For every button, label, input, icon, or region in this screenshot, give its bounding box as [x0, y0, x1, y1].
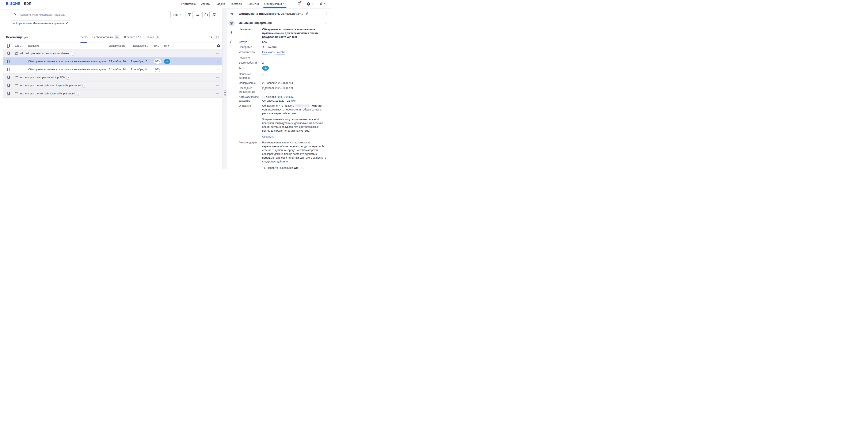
brand-divider — [22, 2, 22, 6]
table-row-detection[interactable]: Обнаружена возможность использовать нуле… — [3, 57, 222, 65]
grouping-filter-chip[interactable]: Группировка Имплементация правила — [11, 20, 70, 26]
tag-cis[interactable]: cis — [262, 66, 269, 70]
folder-open-icon — [14, 51, 19, 56]
section-main-info[interactable]: Основная информация — [239, 21, 328, 25]
group-name: nix_edr_pre_permit_ssh_root_login_with_p… — [20, 84, 81, 87]
row-checkbox[interactable] — [6, 59, 12, 64]
nav-detections[interactable]: Обнаружения — [264, 0, 286, 8]
tab-unprocessed[interactable]: Необработанные 6 — [92, 35, 119, 39]
group-name: nix_edr_pre_user_password_top_500 — [20, 76, 65, 79]
col-name[interactable]: Название — [25, 45, 106, 47]
assign-to-me-link[interactable]: Назначить на себя — [262, 50, 285, 55]
tab-all[interactable]: Всего — [81, 36, 87, 39]
kebab-menu-icon[interactable] — [325, 12, 329, 16]
fullscreen-icon[interactable] — [216, 35, 219, 39]
group-count-badge: 1 — [76, 91, 80, 96]
col-platform[interactable]: Пл... — [152, 45, 161, 47]
app: BI.ZONE EDR Статистика Агенты Задачи Три… — [0, 0, 331, 169]
row-menu-icon[interactable] — [216, 92, 219, 95]
field-events-total: Всего событий 2 — [239, 61, 328, 65]
col-last-detected[interactable]: Последнее о... — [128, 45, 152, 47]
info-tab-icon[interactable] — [228, 20, 235, 26]
panel-resize-gutter — [223, 8, 227, 169]
field-auto-close: Автоматическое закрытие 18 декабря 2025,… — [239, 95, 328, 103]
edit-pencil-icon[interactable] — [305, 12, 309, 16]
settings-menu-button[interactable] — [307, 2, 314, 6]
field-assignee: Исполнитель Назначить на себя — [239, 50, 328, 55]
multi-select-checkbox[interactable] — [6, 51, 10, 56]
nav-tasks[interactable]: Задачи — [216, 0, 225, 8]
detection-name: Обнаружена возможность использовать нуле… — [25, 68, 106, 71]
sort-button[interactable] — [194, 11, 201, 18]
table-row-group[interactable]: nix_edr_pre_permit_ssh_root_login_with_p… — [3, 82, 222, 90]
group-count-badge: 1 — [82, 83, 86, 88]
last-detected-date: 2 декабря, 16... — [128, 60, 152, 63]
row-checkbox[interactable] — [6, 67, 12, 72]
events-lightning-icon[interactable] — [228, 29, 235, 36]
field-tags: Теги cis — [239, 66, 328, 70]
col-detected[interactable]: Обнаружение — [106, 45, 128, 47]
folder-button[interactable] — [203, 11, 210, 18]
detected-date: 21 ноября, 14... — [106, 68, 128, 71]
priority-value: Высокий — [267, 45, 277, 49]
recommendations-steps: Нажмите на клавиши Win + R. Откройте ред… — [263, 166, 328, 169]
sort-lines-icon — [196, 13, 200, 17]
tab-unprocessed-count: 6 — [115, 35, 119, 39]
multi-select-checkbox[interactable] — [6, 83, 10, 88]
group-name: nix_edr_pre_permit_ssh_login_with_passwo… — [20, 92, 74, 95]
tab-in-progress[interactable]: В работе 0 — [124, 35, 141, 39]
close-icon[interactable] — [65, 22, 68, 25]
detail-panel: Обнаружена возможность использоват... Ос… — [227, 9, 331, 169]
platform-badge: BZS — [152, 67, 161, 72]
tab-on-me[interactable]: На мне 0 — [146, 35, 160, 39]
row-menu-icon[interactable] — [214, 60, 221, 63]
col-tags[interactable]: Теги — [161, 45, 214, 47]
search-input[interactable] — [19, 13, 167, 16]
nav-triggers[interactable]: Триггеры — [230, 0, 242, 8]
brand-bizone: BI.ZONE — [6, 2, 20, 6]
save-floppy-icon — [213, 13, 217, 17]
group-name: win_edr_pre_restrict_anon_enum_shares — [20, 52, 69, 55]
top-nav: Статистика Агенты Задачи Триггеры Событи… — [181, 0, 331, 8]
collapse-link[interactable]: Свернуть — [262, 135, 274, 139]
nav-divider — [291, 2, 291, 5]
col-status[interactable]: Стат... — [12, 45, 25, 47]
multi-select-checkbox[interactable] — [6, 91, 10, 96]
table-settings-gear-icon[interactable] — [214, 44, 221, 48]
notifications-button[interactable] — [297, 2, 301, 6]
card-title: Рекомендации — [6, 35, 28, 39]
group-count-badge: 2 — [71, 51, 75, 56]
find-button[interactable]: Найти — [170, 11, 184, 18]
collapse-panel-icon[interactable] — [229, 11, 234, 16]
filter-button[interactable] — [186, 11, 193, 18]
tab-in-progress-count: 0 — [136, 35, 141, 39]
table-row-detection[interactable]: Обнаружена возможность использовать нуле… — [3, 65, 222, 73]
row-menu-icon[interactable] — [216, 52, 219, 55]
user-menu-button[interactable] — [319, 2, 327, 6]
multi-select-checkbox[interactable] — [6, 75, 10, 80]
nav-events[interactable]: События — [247, 0, 259, 8]
diamond-icon — [13, 22, 15, 24]
table-row-group[interactable]: nix_edr_pre_user_password_top_500 2 — [3, 73, 222, 82]
chevron-down-icon — [283, 3, 286, 5]
nav-agents[interactable]: Агенты — [201, 0, 210, 8]
move-to-folder-icon[interactable] — [228, 39, 235, 45]
chevron-down-icon — [311, 3, 314, 5]
table-row-group[interactable]: nix_edr_pre_permit_ssh_login_with_passwo… — [3, 90, 222, 97]
folder-icon — [14, 83, 19, 88]
row-menu-icon[interactable] — [214, 67, 221, 71]
row-menu-icon[interactable] — [216, 76, 219, 79]
active-filters: Группировка Имплементация правила — [11, 20, 222, 26]
nav-statistics[interactable]: Статистика — [181, 0, 196, 8]
description-paragraph-1: Обнаружено, что на хосте- win-test есть … — [262, 104, 328, 115]
tag-cis: cis — [161, 59, 214, 64]
refresh-icon[interactable] — [209, 35, 212, 39]
row-menu-icon[interactable] — [216, 84, 219, 87]
chip-type-label: Группировка — [16, 22, 32, 25]
save-button[interactable] — [211, 11, 218, 18]
top-header: BI.ZONE EDR Статистика Агенты Задачи Три… — [0, 0, 331, 8]
panel-drag-handle[interactable] — [224, 90, 226, 97]
brand-logo[interactable]: BI.ZONE EDR — [6, 2, 31, 6]
table-row-group[interactable]: win_edr_pre_restrict_anon_enum_shares 2 — [3, 50, 222, 57]
select-all-checkbox[interactable] — [6, 43, 12, 48]
